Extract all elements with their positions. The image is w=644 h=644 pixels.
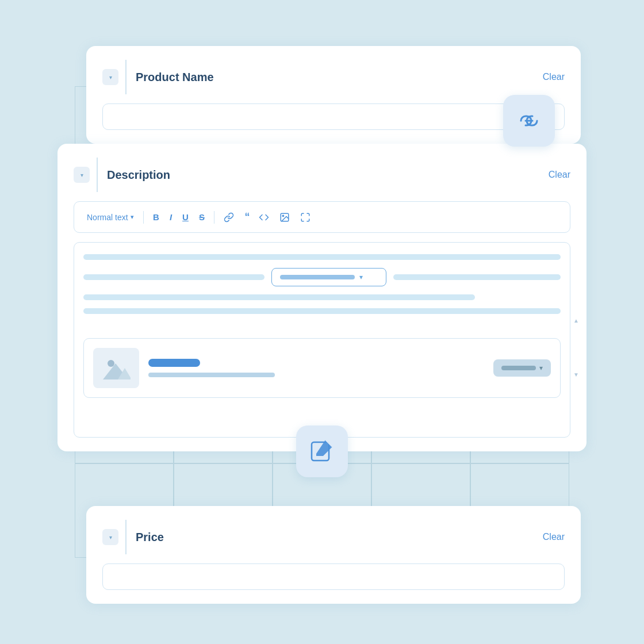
image-title-bar [148,359,200,367]
link-badge [503,95,555,147]
toolbar-normal-text[interactable]: Normal text ▾ [83,210,137,224]
description-dropdown-arrow[interactable]: ▾ [74,167,90,183]
text-line-4 [83,308,561,314]
description-header-left: ▾ Description [74,158,170,192]
text-line-3 [83,294,475,300]
inline-dropdown-left-line [83,274,264,280]
toolbar-italic[interactable]: I [166,210,175,224]
expand-toolbar-icon [300,212,310,223]
price-card: ▾ Price Clear [86,506,581,604]
product-name-dropdown-arrow[interactable]: ▾ [102,69,118,85]
product-name-input[interactable] [102,103,565,130]
svg-point-2 [108,360,114,367]
image-dropdown[interactable]: ▾ [493,359,551,377]
toolbar-bold[interactable]: B [150,210,163,224]
price-header: ▾ Price Clear [102,520,565,554]
price-input[interactable] [102,564,565,590]
svg-point-1 [283,215,284,216]
toolbar-image[interactable] [276,210,293,225]
description-title: Description [107,168,170,182]
description-separator [97,158,98,192]
description-clear-button[interactable]: Clear [549,170,570,180]
product-name-header-left: ▾ Product Name [102,60,214,94]
scrollbar-arrow-up[interactable]: ▲ [572,316,580,324]
inline-dropdown-right-line [393,274,561,280]
text-spacer [83,322,561,334]
product-name-header: ▾ Product Name Clear [102,60,565,94]
description-header: ▾ Description Clear [74,158,570,192]
scrollbar-arrow-down[interactable]: ▼ [572,371,580,379]
image-thumbnail [93,348,139,388]
toolbar-sep-2 [214,211,215,224]
image-dropdown-bar [501,366,536,370]
code-toolbar-icon [259,212,269,223]
toolbar-underline[interactable]: U [179,210,192,224]
image-dropdown-arrow: ▾ [539,364,543,372]
edit-badge [296,425,348,477]
toolbar-strikethrough[interactable]: S [195,210,208,224]
edit-icon [309,439,335,464]
product-name-title: Product Name [136,71,214,84]
price-separator [125,520,126,554]
toolbar-link[interactable] [220,210,237,225]
price-dropdown-arrow[interactable]: ▾ [102,529,118,545]
description-card: ▾ Description Clear Normal text ▾ B I U [57,144,586,451]
rich-text-area[interactable]: ▾ [74,242,570,438]
price-clear-button[interactable]: Clear [543,532,565,542]
toolbar-sep-1 [143,211,144,224]
image-card: ▾ [83,338,561,398]
toolbar-expand[interactable] [297,210,314,225]
image-subtitle-bar [148,373,275,377]
product-name-separator [125,60,126,94]
dropdown-placeholder [280,275,355,279]
text-line-1 [83,254,561,260]
image-toolbar-icon [279,212,290,223]
product-name-clear-button[interactable]: Clear [543,72,565,82]
description-toolbar: Normal text ▾ B I U S [74,201,570,233]
image-info [148,359,551,377]
price-title: Price [136,531,164,544]
price-header-left: ▾ Price [102,520,164,554]
link-toolbar-icon [224,212,234,223]
inline-dropdown[interactable]: ▾ [271,268,386,286]
toolbar-quote[interactable]: “ [241,209,252,225]
inline-dropdown-row: ▾ [83,268,561,286]
link-icon [515,112,543,130]
toolbar-code[interactable] [255,210,273,225]
mountain-image-icon [102,355,131,381]
dropdown-arrow-icon: ▾ [359,273,363,281]
